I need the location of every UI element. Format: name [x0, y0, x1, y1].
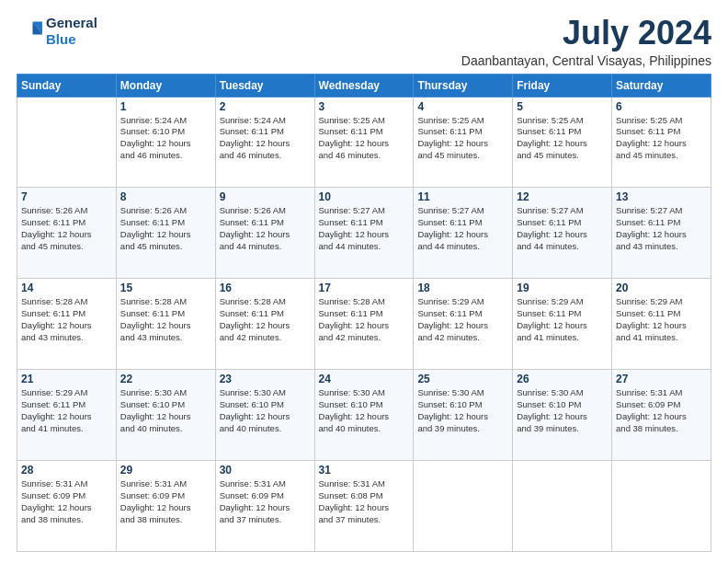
table-row: [414, 461, 513, 552]
table-row: 29Sunrise: 5:31 AMSunset: 6:09 PMDayligh…: [116, 461, 215, 552]
day-number: 10: [319, 190, 410, 203]
day-info: Sunrise: 5:26 AMSunset: 6:11 PMDaylight:…: [21, 205, 112, 252]
table-row: 22Sunrise: 5:30 AMSunset: 6:10 PMDayligh…: [116, 370, 215, 461]
day-info: Sunrise: 5:28 AMSunset: 6:11 PMDaylight:…: [319, 296, 410, 343]
table-row: [17, 97, 117, 188]
table-row: 7Sunrise: 5:26 AMSunset: 6:11 PMDaylight…: [17, 188, 117, 279]
calendar-week-row: 28Sunrise: 5:31 AMSunset: 6:09 PMDayligh…: [17, 461, 711, 552]
day-number: 21: [21, 373, 112, 385]
month-title: July 2024: [461, 15, 711, 52]
day-number: 31: [319, 464, 410, 477]
table-row: 17Sunrise: 5:28 AMSunset: 6:11 PMDayligh…: [314, 279, 414, 370]
day-number: 18: [417, 282, 508, 294]
table-row: 1Sunrise: 5:24 AMSunset: 6:10 PMDaylight…: [116, 97, 215, 188]
logo: General Blue: [17, 15, 97, 48]
logo-icon: [17, 18, 42, 44]
table-row: 31Sunrise: 5:31 AMSunset: 6:08 PMDayligh…: [314, 461, 414, 552]
day-info: Sunrise: 5:25 AMSunset: 6:11 PMDaylight:…: [417, 115, 508, 162]
day-info: Sunrise: 5:26 AMSunset: 6:11 PMDaylight:…: [220, 205, 311, 252]
day-info: Sunrise: 5:31 AMSunset: 6:08 PMDaylight:…: [319, 478, 410, 525]
day-number: 29: [120, 464, 211, 477]
table-row: [612, 461, 711, 552]
day-info: Sunrise: 5:25 AMSunset: 6:11 PMDaylight:…: [616, 115, 707, 162]
day-number: 2: [220, 100, 311, 113]
table-row: 13Sunrise: 5:27 AMSunset: 6:11 PMDayligh…: [612, 188, 711, 279]
day-number: 26: [517, 373, 608, 385]
table-row: 4Sunrise: 5:25 AMSunset: 6:11 PMDaylight…: [414, 97, 513, 188]
table-row: 15Sunrise: 5:28 AMSunset: 6:11 PMDayligh…: [116, 279, 215, 370]
day-info: Sunrise: 5:31 AMSunset: 6:09 PMDaylight:…: [616, 387, 707, 434]
day-number: 20: [616, 282, 707, 294]
day-info: Sunrise: 5:28 AMSunset: 6:11 PMDaylight:…: [120, 296, 211, 343]
day-number: 22: [120, 373, 211, 385]
table-row: 11Sunrise: 5:27 AMSunset: 6:11 PMDayligh…: [414, 188, 513, 279]
table-row: 27Sunrise: 5:31 AMSunset: 6:09 PMDayligh…: [612, 370, 711, 461]
table-row: 19Sunrise: 5:29 AMSunset: 6:11 PMDayligh…: [513, 279, 612, 370]
col-saturday: Saturday: [612, 74, 711, 97]
day-number: 30: [220, 464, 311, 477]
day-info: Sunrise: 5:27 AMSunset: 6:11 PMDaylight:…: [319, 205, 410, 252]
day-info: Sunrise: 5:27 AMSunset: 6:11 PMDaylight:…: [417, 205, 508, 252]
day-info: Sunrise: 5:30 AMSunset: 6:10 PMDaylight:…: [120, 387, 211, 434]
day-number: 16: [220, 282, 311, 294]
day-number: 24: [319, 373, 410, 385]
table-row: 21Sunrise: 5:29 AMSunset: 6:11 PMDayligh…: [17, 370, 117, 461]
table-row: 12Sunrise: 5:27 AMSunset: 6:11 PMDayligh…: [513, 188, 612, 279]
day-info: Sunrise: 5:28 AMSunset: 6:11 PMDaylight:…: [21, 296, 112, 343]
col-monday: Monday: [116, 74, 215, 97]
day-number: 12: [517, 190, 608, 203]
table-row: 30Sunrise: 5:31 AMSunset: 6:09 PMDayligh…: [215, 461, 314, 552]
day-info: Sunrise: 5:30 AMSunset: 6:10 PMDaylight:…: [220, 387, 311, 434]
day-number: 5: [517, 100, 608, 113]
table-row: 26Sunrise: 5:30 AMSunset: 6:10 PMDayligh…: [513, 370, 612, 461]
col-tuesday: Tuesday: [215, 74, 314, 97]
day-info: Sunrise: 5:30 AMSunset: 6:10 PMDaylight:…: [417, 387, 508, 434]
day-info: Sunrise: 5:29 AMSunset: 6:11 PMDaylight:…: [21, 387, 112, 434]
table-row: 20Sunrise: 5:29 AMSunset: 6:11 PMDayligh…: [612, 279, 711, 370]
table-row: 5Sunrise: 5:25 AMSunset: 6:11 PMDaylight…: [513, 97, 612, 188]
day-number: 11: [417, 190, 508, 203]
calendar-week-row: 1Sunrise: 5:24 AMSunset: 6:10 PMDaylight…: [17, 97, 711, 188]
day-number: 14: [21, 282, 112, 294]
table-row: 9Sunrise: 5:26 AMSunset: 6:11 PMDaylight…: [215, 188, 314, 279]
logo-line2: Blue: [46, 31, 76, 47]
page: General Blue July 2024 Daanbantayan, Cen…: [0, 0, 728, 563]
day-number: 3: [319, 100, 410, 113]
logo-text: General Blue: [46, 15, 97, 48]
day-number: 15: [120, 282, 211, 294]
day-info: Sunrise: 5:25 AMSunset: 6:11 PMDaylight:…: [517, 115, 608, 162]
day-info: Sunrise: 5:30 AMSunset: 6:10 PMDaylight:…: [517, 387, 608, 434]
day-number: 23: [220, 373, 311, 385]
logo-line1: General: [46, 15, 97, 30]
table-row: 24Sunrise: 5:30 AMSunset: 6:10 PMDayligh…: [314, 370, 414, 461]
table-row: 14Sunrise: 5:28 AMSunset: 6:11 PMDayligh…: [17, 279, 117, 370]
table-row: 25Sunrise: 5:30 AMSunset: 6:10 PMDayligh…: [414, 370, 513, 461]
table-row: [513, 461, 612, 552]
day-number: 1: [120, 100, 211, 113]
day-number: 19: [517, 282, 608, 294]
day-info: Sunrise: 5:24 AMSunset: 6:10 PMDaylight:…: [120, 115, 211, 162]
day-number: 7: [21, 190, 112, 203]
table-row: 16Sunrise: 5:28 AMSunset: 6:11 PMDayligh…: [215, 279, 314, 370]
day-number: 6: [616, 100, 707, 113]
table-row: 2Sunrise: 5:24 AMSunset: 6:11 PMDaylight…: [215, 97, 314, 188]
day-number: 25: [417, 373, 508, 385]
day-info: Sunrise: 5:26 AMSunset: 6:11 PMDaylight:…: [120, 205, 211, 252]
day-info: Sunrise: 5:28 AMSunset: 6:11 PMDaylight:…: [220, 296, 311, 343]
col-wednesday: Wednesday: [314, 74, 414, 97]
table-row: 23Sunrise: 5:30 AMSunset: 6:10 PMDayligh…: [215, 370, 314, 461]
col-thursday: Thursday: [414, 74, 513, 97]
day-number: 8: [120, 190, 211, 203]
header: General Blue July 2024 Daanbantayan, Cen…: [17, 15, 711, 68]
day-info: Sunrise: 5:31 AMSunset: 6:09 PMDaylight:…: [220, 478, 311, 525]
table-row: 28Sunrise: 5:31 AMSunset: 6:09 PMDayligh…: [17, 461, 117, 552]
day-number: 27: [616, 373, 707, 385]
day-number: 4: [417, 100, 508, 113]
calendar-table: Sunday Monday Tuesday Wednesday Thursday…: [17, 74, 711, 552]
day-number: 17: [319, 282, 410, 294]
day-info: Sunrise: 5:31 AMSunset: 6:09 PMDaylight:…: [21, 478, 112, 525]
table-row: 10Sunrise: 5:27 AMSunset: 6:11 PMDayligh…: [314, 188, 414, 279]
table-row: 8Sunrise: 5:26 AMSunset: 6:11 PMDaylight…: [116, 188, 215, 279]
table-row: 6Sunrise: 5:25 AMSunset: 6:11 PMDaylight…: [612, 97, 711, 188]
calendar-week-row: 14Sunrise: 5:28 AMSunset: 6:11 PMDayligh…: [17, 279, 711, 370]
